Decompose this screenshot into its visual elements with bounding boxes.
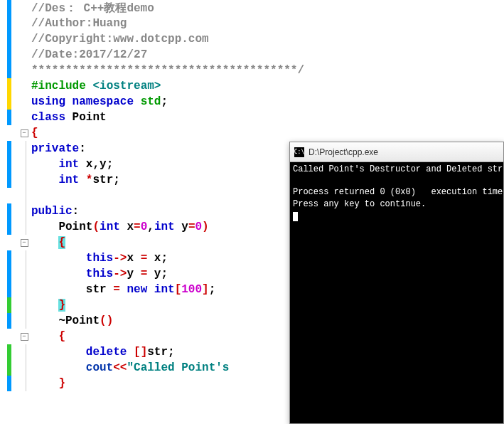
code-token: :: [79, 142, 86, 155]
change-marker-gutter: [0, 78, 17, 94]
fold-toggle-icon[interactable]: −: [21, 239, 28, 247]
change-marker-gutter: [0, 31, 17, 47]
code-content[interactable]: {: [28, 236, 65, 249]
fold-guide-line: [26, 141, 26, 157]
code-content[interactable]: Point(int x=0,int y=0): [28, 221, 209, 233]
fold-gutter: [17, 78, 28, 94]
change-marker-blue: [7, 157, 11, 172]
code-token: ;: [161, 267, 168, 280]
change-marker-blue: [7, 203, 11, 219]
code-token: ;: [168, 346, 175, 359]
code-content[interactable]: cout<<"Called Point's: [28, 361, 229, 374]
code-line[interactable]: //Copyright:www.dotcpp.com: [0, 31, 504, 47]
code-content[interactable]: }: [28, 299, 65, 312]
code-token: 100: [181, 283, 202, 296]
change-marker-gutter: [0, 188, 17, 203]
fold-guide-line: [26, 157, 26, 172]
fold-guide-line: [26, 297, 26, 313]
fold-gutter: [17, 94, 28, 110]
code-token: =: [141, 267, 154, 280]
change-marker-green: [7, 360, 11, 376]
code-token: ~: [58, 314, 65, 327]
code-content[interactable]: //Copyright:www.dotcpp.com: [28, 33, 209, 46]
code-content[interactable]: str = new int[100];: [28, 283, 215, 296]
console-titlebar[interactable]: C:\ D:\Project\cpp.exe: [290, 142, 503, 162]
code-content[interactable]: this->y = y;: [28, 267, 168, 280]
code-token: public: [31, 205, 73, 218]
change-marker-gutter: [0, 203, 17, 219]
code-token: []: [134, 346, 147, 359]
console-window: C:\ D:\Project\cpp.exe Called Point's De…: [289, 142, 504, 424]
change-marker-blue: [7, 0, 11, 16]
fold-gutter: [17, 172, 28, 188]
code-line[interactable]: class Point: [0, 110, 504, 125]
code-content[interactable]: //Date:2017/12/27: [28, 48, 147, 61]
code-content[interactable]: {: [28, 330, 65, 343]
fold-gutter: −: [17, 125, 28, 141]
code-token: y: [181, 221, 188, 233]
code-token: delete: [86, 346, 134, 359]
code-line[interactable]: −{: [0, 125, 504, 141]
code-content[interactable]: #include <iostream>: [28, 80, 161, 92]
code-token: cout: [86, 361, 113, 374]
code-content[interactable]: public:: [28, 205, 79, 218]
change-marker-yellow: [7, 94, 11, 110]
code-content[interactable]: this->x = x;: [28, 252, 168, 265]
change-marker-blue: [7, 16, 11, 31]
code-token: {: [58, 236, 65, 249]
code-content[interactable]: ~Point(): [28, 314, 113, 327]
code-token: str: [92, 174, 113, 186]
code-line[interactable]: //Date:2017/12/27: [0, 47, 504, 63]
code-content[interactable]: class Point: [28, 111, 107, 124]
code-content[interactable]: //Des： C++教程demo: [28, 1, 154, 16]
change-marker-blue: [7, 110, 11, 125]
code-content[interactable]: using namespace std;: [28, 95, 168, 108]
code-content[interactable]: ***************************************/: [28, 64, 304, 77]
code-content[interactable]: int *str;: [28, 174, 120, 186]
change-marker-blue: [7, 282, 11, 297]
code-token: ,: [147, 221, 154, 233]
code-content[interactable]: delete []str;: [28, 346, 175, 359]
code-content[interactable]: }: [28, 377, 65, 390]
change-marker-blue: [7, 250, 11, 266]
code-line[interactable]: using namespace std;: [0, 94, 504, 110]
code-token: ;: [113, 174, 120, 186]
code-token: ->: [113, 252, 127, 265]
code-token: y: [154, 267, 161, 280]
code-token: y: [100, 158, 107, 171]
code-token: Point: [65, 314, 100, 327]
code-token: //Des： C++教程demo: [31, 2, 154, 15]
code-token: :: [73, 205, 80, 218]
code-token: =: [188, 221, 195, 233]
fold-guide-line: [26, 203, 26, 219]
change-marker-blue: [7, 376, 11, 391]
fold-guide-line: [26, 219, 26, 235]
code-token: "Called Point's: [127, 361, 229, 374]
code-token: //Date:2017/12/27: [31, 48, 147, 61]
fold-gutter: [17, 188, 28, 203]
code-token: {: [58, 330, 65, 343]
code-content[interactable]: {: [28, 127, 38, 139]
console-title: D:\Project\cpp.exe: [309, 147, 378, 157]
code-token: <iostream>: [92, 80, 161, 92]
change-marker-blue: [7, 313, 11, 329]
code-content[interactable]: int x,y;: [28, 158, 113, 171]
change-marker-gutter: [0, 219, 17, 235]
code-token: <<: [113, 361, 127, 374]
code-token: Point: [73, 111, 107, 124]
code-content[interactable]: //Author:Huang: [28, 17, 127, 30]
code-token: ,: [92, 158, 100, 171]
fold-toggle-icon[interactable]: −: [21, 129, 28, 137]
code-line[interactable]: #include <iostream>: [0, 78, 504, 94]
fold-guide-line: [26, 376, 26, 391]
fold-gutter: [17, 266, 28, 282]
code-line[interactable]: ***************************************/: [0, 63, 504, 78]
fold-guide-line: [26, 282, 26, 297]
fold-toggle-icon[interactable]: −: [21, 333, 28, 341]
change-marker-green: [7, 344, 11, 360]
code-line[interactable]: //Des： C++教程demo: [0, 0, 504, 16]
code-token: int: [154, 221, 181, 233]
code-token: int: [100, 221, 127, 233]
code-line[interactable]: //Author:Huang: [0, 16, 504, 31]
code-content[interactable]: private:: [28, 142, 86, 155]
